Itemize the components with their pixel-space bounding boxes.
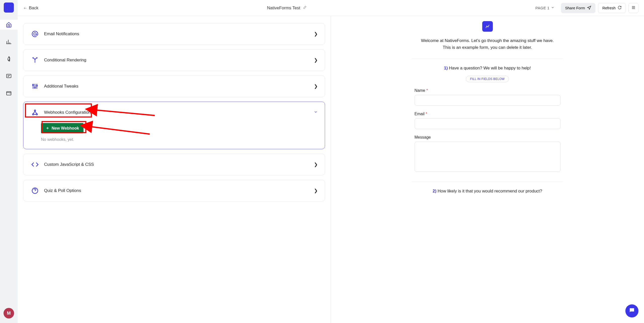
sliders-icon — [30, 82, 39, 91]
preview-welcome-text: Welcome at NativeForms. Let's go through… — [412, 37, 563, 58]
hamburger-icon — [631, 5, 636, 11]
send-icon — [587, 5, 591, 11]
page-selector[interactable]: PAGE 1 — [535, 6, 557, 10]
form-title: NativeForms Test — [267, 6, 300, 11]
share-form-button[interactable]: Share Form — [561, 3, 595, 13]
question-icon — [30, 186, 39, 195]
message-field-label: Message — [415, 135, 560, 140]
chevron-right-icon: ❯ — [314, 188, 318, 193]
chevron-down-icon — [314, 110, 318, 115]
svg-point-6 — [34, 87, 36, 88]
new-webhook-label: New Webhook — [52, 126, 79, 131]
card-conditional-rendering[interactable]: Conditional Rendering ❯ — [23, 49, 325, 71]
question-1-title: 1) Have a question? We will be happy to … — [415, 66, 560, 71]
name-input[interactable] — [415, 95, 560, 106]
card-label: Conditional Rendering — [44, 58, 309, 63]
required-indicator: * — [426, 112, 427, 116]
new-webhook-button[interactable]: ＋ New Webhook — [41, 123, 84, 133]
card-label: Additional Tweaks — [44, 84, 309, 89]
webhook-icon — [30, 108, 39, 117]
intercom-launcher[interactable] — [625, 304, 638, 317]
question-number: 1) — [444, 66, 448, 70]
card-additional-tweaks[interactable]: Additional Tweaks ❯ — [23, 75, 325, 97]
question-text: Have a question? We will be happy to hel… — [449, 66, 531, 70]
nav-wallet[interactable] — [4, 88, 14, 98]
fill-fields-hint: FILL IN FIELDS BELOW — [466, 76, 509, 82]
chevron-down-icon — [551, 6, 554, 10]
card-label: Email Notifications — [44, 31, 309, 36]
branch-icon — [30, 56, 39, 65]
required-indicator: * — [426, 88, 428, 93]
svg-point-0 — [7, 9, 8, 10]
svg-point-1 — [10, 6, 11, 6]
svg-point-5 — [32, 85, 34, 86]
question-text: How likely is it that you would recommen… — [438, 189, 542, 193]
refresh-icon — [618, 6, 622, 10]
svg-point-10 — [34, 110, 36, 111]
refresh-button[interactable]: Refresh — [598, 3, 626, 13]
chevron-right-icon: ❯ — [314, 57, 318, 63]
nav-fire[interactable] — [4, 54, 14, 64]
card-quiz-poll[interactable]: Quiz & Poll Options ❯ — [23, 180, 325, 201]
svg-point-9 — [36, 114, 37, 115]
card-label: Webhooks Configuration — [44, 110, 309, 115]
edit-title-icon[interactable] — [303, 6, 307, 11]
nav-home[interactable] — [0, 20, 18, 30]
refresh-label: Refresh — [602, 6, 616, 10]
chevron-right-icon: ❯ — [314, 84, 318, 89]
nav-messages[interactable] — [4, 71, 14, 81]
preview-logo — [482, 21, 493, 32]
card-webhooks-configuration[interactable]: Webhooks Configuration ＋ New Webhook No … — [23, 102, 325, 149]
left-nav-rail: M — [0, 0, 18, 323]
page-selector-label: PAGE 1 — [535, 6, 549, 10]
card-email-notifications[interactable]: Email Notifications ❯ — [23, 23, 325, 45]
app-logo — [4, 3, 14, 13]
svg-point-7 — [36, 85, 37, 86]
svg-point-8 — [32, 114, 34, 115]
question-2-title: 2) How likely is it that you would recom… — [415, 189, 560, 194]
at-icon — [30, 29, 39, 38]
form-preview: Welcome at NativeForms. Let's go through… — [331, 16, 644, 323]
svg-point-4 — [34, 33, 36, 35]
menu-button[interactable] — [628, 3, 638, 13]
user-avatar[interactable]: M — [4, 308, 14, 318]
email-input[interactable] — [415, 118, 560, 129]
back-button[interactable]: ← Back — [23, 6, 38, 11]
name-field-label: Name * — [415, 88, 560, 93]
card-custom-js-css[interactable]: Custom JavaScript & CSS ❯ — [23, 154, 325, 175]
code-icon — [30, 160, 39, 169]
chat-icon — [629, 307, 635, 315]
question-number: 2) — [433, 189, 436, 193]
card-label: Quiz & Poll Options — [44, 188, 309, 193]
nav-analytics[interactable] — [4, 37, 14, 47]
chevron-right-icon: ❯ — [314, 31, 318, 37]
share-label: Share Form — [565, 6, 585, 10]
chevron-right-icon: ❯ — [314, 162, 318, 167]
arrow-left-icon: ← — [23, 6, 27, 11]
webhooks-empty-message: No webhooks, yet. — [41, 137, 318, 142]
settings-panel: Email Notifications ❯ Conditional Render… — [18, 16, 331, 323]
email-field-label: Email * — [415, 112, 560, 116]
back-label: Back — [29, 6, 38, 11]
svg-rect-3 — [7, 92, 11, 95]
svg-rect-2 — [7, 74, 11, 78]
top-bar: ← Back NativeForms Test PAGE 1 Share For… — [18, 0, 644, 16]
plus-icon: ＋ — [46, 126, 50, 131]
message-textarea[interactable] — [415, 142, 560, 172]
card-label: Custom JavaScript & CSS — [44, 162, 309, 167]
